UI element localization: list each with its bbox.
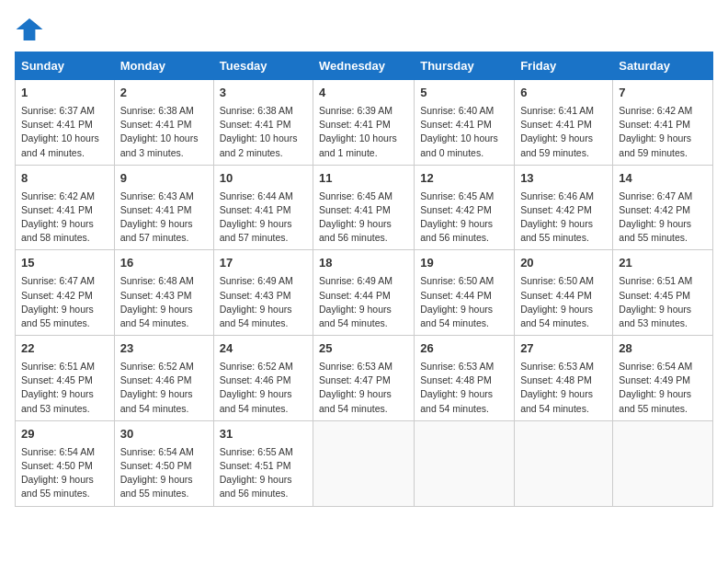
day-number: 17 (220, 255, 307, 272)
sunrise-label: Sunrise: 6:51 AM (21, 361, 95, 372)
calendar-week-row: 1 Sunrise: 6:37 AM Sunset: 4:41 PM Dayli… (16, 80, 713, 166)
calendar-cell: 21 Sunrise: 6:51 AM Sunset: 4:45 PM Dayl… (613, 250, 713, 336)
calendar-week-row: 15 Sunrise: 6:47 AM Sunset: 4:42 PM Dayl… (16, 250, 713, 336)
sunrise-label: Sunrise: 6:51 AM (619, 275, 692, 286)
sunset-label: Sunset: 4:43 PM (220, 290, 291, 301)
sunset-label: Sunset: 4:42 PM (619, 204, 690, 215)
sunset-label: Sunset: 4:45 PM (21, 374, 93, 385)
sunset-label: Sunset: 4:41 PM (520, 119, 592, 130)
daylight-label: Daylight: 9 hours and 54 minutes. (220, 304, 292, 328)
sunset-label: Sunset: 4:41 PM (420, 119, 492, 130)
calendar-cell: 11 Sunrise: 6:45 AM Sunset: 4:41 PM Dayl… (313, 165, 415, 250)
sunrise-label: Sunrise: 6:47 AM (21, 275, 95, 286)
calendar-week-row: 29 Sunrise: 6:54 AM Sunset: 4:50 PM Dayl… (16, 420, 713, 506)
sunrise-label: Sunrise: 6:45 AM (420, 190, 494, 201)
daylight-label: Daylight: 10 hours and 2 minutes. (220, 132, 298, 157)
sunset-label: Sunset: 4:46 PM (120, 374, 192, 385)
calendar-cell: 22 Sunrise: 6:51 AM Sunset: 4:45 PM Dayl… (16, 336, 115, 421)
daylight-label: Daylight: 9 hours and 55 minutes. (21, 474, 94, 499)
sunrise-label: Sunrise: 6:46 AM (520, 190, 594, 201)
daylight-label: Daylight: 9 hours and 55 minutes. (120, 474, 193, 499)
sunrise-label: Sunrise: 6:37 AM (21, 105, 95, 116)
day-number: 10 (220, 170, 307, 188)
calendar-cell: 23 Sunrise: 6:52 AM Sunset: 4:46 PM Dayl… (114, 336, 213, 421)
sunrise-label: Sunrise: 6:43 AM (120, 190, 194, 201)
daylight-label: Daylight: 10 hours and 1 minute. (319, 132, 397, 157)
daylight-label: Daylight: 9 hours and 55 minutes. (520, 218, 593, 243)
calendar-cell: 27 Sunrise: 6:53 AM Sunset: 4:48 PM Dayl… (515, 336, 613, 421)
sunset-label: Sunset: 4:45 PM (619, 290, 690, 301)
daylight-label: Daylight: 10 hours and 4 minutes. (21, 132, 99, 157)
sunrise-label: Sunrise: 6:42 AM (21, 190, 95, 201)
calendar-header-tuesday: Tuesday (213, 52, 313, 80)
sunrise-label: Sunrise: 6:53 AM (420, 361, 494, 372)
calendar-header-saturday: Saturday (613, 52, 713, 80)
sunrise-label: Sunrise: 6:49 AM (319, 275, 392, 286)
daylight-label: Daylight: 9 hours and 54 minutes. (420, 304, 493, 328)
day-number: 9 (120, 170, 208, 188)
sunset-label: Sunset: 4:41 PM (220, 204, 291, 215)
daylight-label: Daylight: 9 hours and 56 minutes. (319, 218, 392, 243)
sunset-label: Sunset: 4:42 PM (420, 204, 492, 215)
calendar-cell: 28 Sunrise: 6:54 AM Sunset: 4:49 PM Dayl… (613, 336, 713, 421)
calendar-cell: 16 Sunrise: 6:48 AM Sunset: 4:43 PM Dayl… (114, 250, 213, 336)
day-number: 26 (420, 340, 508, 358)
daylight-label: Daylight: 9 hours and 55 minutes. (619, 218, 691, 243)
calendar-cell: 15 Sunrise: 6:47 AM Sunset: 4:42 PM Dayl… (16, 250, 115, 336)
daylight-label: Daylight: 10 hours and 0 minutes. (420, 132, 498, 157)
calendar-cell: 26 Sunrise: 6:53 AM Sunset: 4:48 PM Dayl… (415, 336, 515, 421)
calendar-cell: 31 Sunrise: 6:55 AM Sunset: 4:51 PM Dayl… (213, 420, 313, 506)
sunrise-label: Sunrise: 6:54 AM (120, 446, 194, 457)
calendar-cell: 8 Sunrise: 6:42 AM Sunset: 4:41 PM Dayli… (16, 165, 115, 250)
sunset-label: Sunset: 4:50 PM (120, 460, 192, 471)
sunset-label: Sunset: 4:43 PM (120, 290, 192, 301)
day-number: 4 (319, 85, 408, 102)
sunset-label: Sunset: 4:49 PM (619, 374, 690, 385)
daylight-label: Daylight: 9 hours and 53 minutes. (21, 388, 94, 413)
sunrise-label: Sunrise: 6:41 AM (520, 105, 594, 116)
day-number: 21 (619, 255, 707, 272)
daylight-label: Daylight: 9 hours and 54 minutes. (120, 304, 193, 328)
sunset-label: Sunset: 4:41 PM (120, 204, 192, 215)
sunset-label: Sunset: 4:47 PM (319, 374, 391, 385)
sunrise-label: Sunrise: 6:53 AM (520, 361, 594, 372)
calendar-header-monday: Monday (114, 52, 213, 80)
daylight-label: Daylight: 9 hours and 54 minutes. (520, 304, 593, 328)
sunset-label: Sunset: 4:44 PM (420, 290, 492, 301)
sunrise-label: Sunrise: 6:50 AM (520, 275, 594, 286)
calendar-cell: 17 Sunrise: 6:49 AM Sunset: 4:43 PM Dayl… (213, 250, 313, 336)
calendar-cell: 14 Sunrise: 6:47 AM Sunset: 4:42 PM Dayl… (613, 165, 713, 250)
day-number: 11 (319, 170, 408, 188)
calendar-header-row: SundayMondayTuesdayWednesdayThursdayFrid… (16, 52, 713, 80)
sunset-label: Sunset: 4:44 PM (520, 290, 592, 301)
calendar-table: SundayMondayTuesdayWednesdayThursdayFrid… (15, 52, 713, 507)
calendar-cell: 18 Sunrise: 6:49 AM Sunset: 4:44 PM Dayl… (313, 250, 415, 336)
sunrise-label: Sunrise: 6:38 AM (220, 105, 293, 116)
sunset-label: Sunset: 4:51 PM (220, 460, 291, 471)
calendar-header-thursday: Thursday (415, 52, 515, 80)
day-number: 14 (619, 170, 707, 188)
sunrise-label: Sunrise: 6:48 AM (120, 275, 194, 286)
calendar-header-sunday: Sunday (16, 52, 115, 80)
daylight-label: Daylight: 9 hours and 54 minutes. (520, 388, 593, 413)
daylight-label: Daylight: 9 hours and 54 minutes. (220, 388, 292, 413)
sunrise-label: Sunrise: 6:49 AM (220, 275, 293, 286)
daylight-label: Daylight: 9 hours and 54 minutes. (319, 388, 392, 413)
day-number: 1 (21, 85, 108, 102)
sunrise-label: Sunrise: 6:52 AM (120, 361, 194, 372)
calendar-cell: 9 Sunrise: 6:43 AM Sunset: 4:41 PM Dayli… (114, 165, 213, 250)
daylight-label: Daylight: 10 hours and 3 minutes. (120, 132, 199, 157)
day-number: 24 (220, 340, 307, 358)
day-number: 20 (520, 255, 607, 272)
sunrise-label: Sunrise: 6:50 AM (420, 275, 494, 286)
daylight-label: Daylight: 9 hours and 54 minutes. (319, 304, 392, 328)
daylight-label: Daylight: 9 hours and 54 minutes. (120, 388, 193, 413)
daylight-label: Daylight: 9 hours and 54 minutes. (420, 388, 493, 413)
sunrise-label: Sunrise: 6:54 AM (619, 361, 692, 372)
daylight-label: Daylight: 9 hours and 55 minutes. (619, 388, 691, 413)
sunset-label: Sunset: 4:44 PM (319, 290, 391, 301)
day-number: 23 (120, 340, 208, 358)
sunset-label: Sunset: 4:41 PM (319, 119, 391, 130)
daylight-label: Daylight: 9 hours and 55 minutes. (21, 304, 94, 328)
sunrise-label: Sunrise: 6:54 AM (21, 446, 95, 457)
